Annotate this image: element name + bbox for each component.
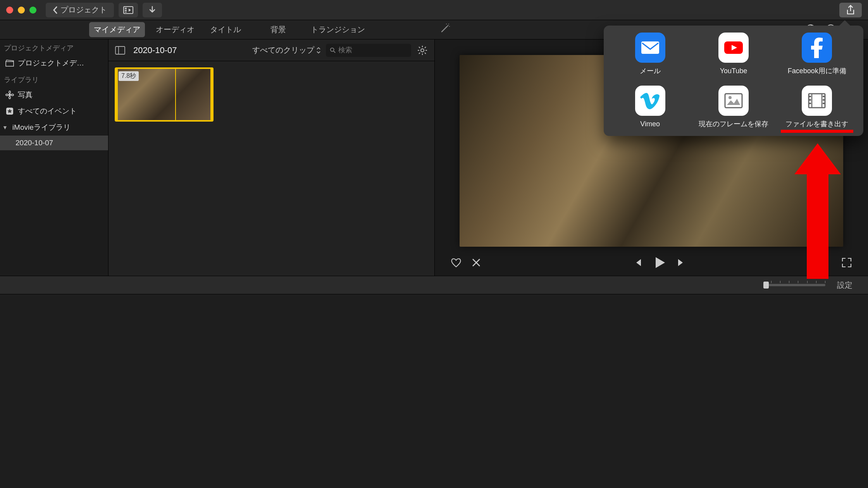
play-icon	[652, 255, 667, 270]
zoom-slider-knob[interactable]	[763, 282, 769, 289]
clapperboard-icon	[5, 60, 14, 67]
library-header: ライブラリ	[0, 71, 108, 87]
svg-point-25	[421, 49, 424, 52]
svg-rect-1	[125, 8, 127, 9]
browser-title: 2020-10-07	[133, 45, 177, 55]
annotation-underline	[781, 130, 853, 133]
project-media-header: プロジェクトメディア	[0, 40, 108, 55]
sidebar-item-imovie-library[interactable]: ▼ iMovieライブラリ	[0, 119, 108, 136]
fullscreen-button[interactable]	[841, 257, 852, 270]
sidebar-item-label: 写真	[18, 90, 33, 100]
tab-titles[interactable]: タイトル	[205, 22, 246, 37]
skip-back-icon	[632, 257, 643, 268]
youtube-icon	[718, 33, 749, 63]
zoom-slider[interactable]	[763, 284, 825, 286]
svg-point-18	[6, 94, 8, 96]
tab-transitions[interactable]: トランジション	[306, 22, 370, 37]
svg-line-31	[425, 53, 426, 54]
search-icon	[330, 47, 336, 54]
import-button[interactable]	[143, 3, 162, 17]
sidebar-item-event-1[interactable]: 2020-10-07	[0, 136, 108, 150]
disclosure-triangle-icon: ▼	[2, 124, 8, 131]
share-option-save-frame[interactable]: 現在のフレームを保存	[692, 86, 775, 129]
back-to-projects-button[interactable]: プロジェクト	[46, 3, 114, 17]
filmstrip-icon	[123, 6, 133, 14]
svg-rect-41	[809, 96, 811, 97]
share-label: ファイルを書き出す	[785, 120, 848, 129]
svg-rect-42	[809, 99, 811, 101]
share-option-youtube[interactable]: YouTube	[692, 33, 775, 76]
clip-filter-dropdown[interactable]: すべてのクリップ	[252, 45, 321, 55]
svg-point-6	[449, 26, 450, 27]
tab-audio[interactable]: オーディオ	[151, 22, 199, 37]
svg-rect-21	[115, 46, 125, 54]
back-label: プロジェクト	[60, 5, 107, 15]
close-window-button[interactable]	[6, 7, 13, 14]
video-clip-thumbnail[interactable]: 7.8秒	[115, 67, 214, 122]
enhance-wand-button[interactable]	[439, 22, 451, 37]
clip-grid[interactable]: 7.8秒	[108, 61, 434, 276]
svg-rect-3	[125, 12, 127, 12]
timeline-settings-button[interactable]: 設定	[837, 280, 852, 290]
share-button[interactable]	[839, 3, 862, 17]
svg-point-7	[448, 24, 449, 24]
share-icon	[846, 5, 855, 15]
library-sidebar: プロジェクトメディア プロジェクトメデ… ライブラリ 写真 すべてのイベント ▼…	[0, 40, 108, 276]
favorite-button[interactable]	[450, 257, 462, 270]
timeline[interactable]	[0, 294, 868, 488]
tab-my-media[interactable]: マイメディア	[89, 22, 145, 37]
expand-icon	[841, 257, 852, 268]
svg-point-4	[448, 25, 449, 26]
clip-trim-handle-left[interactable]	[115, 69, 118, 120]
prev-frame-button[interactable]	[632, 257, 643, 270]
minimize-window-button[interactable]	[18, 7, 25, 14]
svg-line-30	[419, 47, 420, 48]
clip-trim-handle-right[interactable]	[210, 69, 214, 120]
svg-point-15	[9, 94, 11, 96]
sidebar-item-label: すべてのイベント	[18, 106, 77, 116]
title-bar: プロジェクト	[0, 0, 868, 20]
mail-icon	[635, 33, 665, 63]
sidebar-item-project-media[interactable]: プロジェクトメデ…	[0, 55, 108, 71]
maximize-window-button[interactable]	[29, 7, 36, 14]
search-input[interactable]	[338, 46, 407, 54]
list-view-toggle[interactable]	[114, 44, 126, 57]
vimeo-icon	[635, 86, 665, 116]
heart-icon	[450, 257, 462, 268]
star-icon	[5, 107, 14, 115]
sidebar-item-photos[interactable]: 写真	[0, 87, 108, 103]
download-arrow-icon	[148, 6, 156, 14]
browser-toolbar: 2020-10-07 すべてのクリップ	[108, 40, 434, 61]
tab-backgrounds[interactable]: 背景	[266, 22, 291, 37]
browser-settings-button[interactable]	[416, 44, 429, 57]
playback-controls	[435, 251, 868, 276]
facebook-icon	[802, 33, 832, 63]
sidebar-item-label: iMovieライブラリ	[12, 122, 71, 132]
skip-forward-icon	[676, 257, 687, 268]
share-option-mail[interactable]: メール	[608, 33, 692, 76]
svg-rect-46	[823, 103, 825, 104]
gear-icon	[417, 45, 427, 55]
svg-point-17	[9, 96, 10, 99]
next-frame-button[interactable]	[676, 257, 687, 270]
share-option-export-file[interactable]: ファイルを書き出す	[775, 86, 859, 129]
share-label: Vimeo	[640, 120, 660, 129]
svg-line-24	[334, 51, 335, 52]
svg-point-16	[9, 91, 10, 93]
share-option-facebook[interactable]: Facebook用に準備	[775, 33, 859, 76]
svg-point-23	[331, 48, 334, 51]
sidebar-item-all-events[interactable]: すべてのイベント	[0, 103, 108, 119]
filter-label: すべてのクリップ	[252, 45, 314, 55]
share-label: メール	[640, 67, 661, 76]
share-popover: メール YouTube Facebook用に準備 Vimeo 現在のフレームを保…	[604, 26, 863, 136]
play-button[interactable]	[652, 255, 667, 272]
media-view-button[interactable]	[119, 3, 138, 17]
reject-button[interactable]	[470, 257, 482, 270]
share-option-vimeo[interactable]: Vimeo	[608, 86, 692, 129]
window-controls	[6, 7, 36, 14]
search-field[interactable]	[326, 44, 411, 57]
clip-duration-badge: 7.8秒	[119, 71, 139, 81]
svg-rect-36	[725, 94, 742, 108]
svg-rect-43	[809, 103, 811, 104]
clip-browser: 2020-10-07 すべてのクリップ 7.8秒	[108, 40, 435, 276]
